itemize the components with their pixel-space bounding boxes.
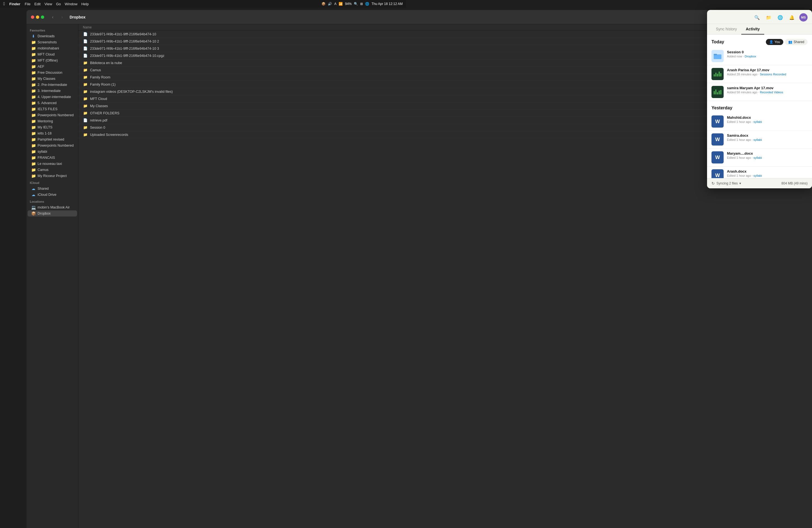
- sidebar-item-myielts[interactable]: 📁 My IELTS: [28, 124, 77, 130]
- input-icon[interactable]: A: [334, 2, 336, 6]
- apple-icon[interactable]: : [3, 1, 5, 6]
- folder-icon: 📁: [31, 125, 36, 130]
- folder-icon: 📁: [83, 126, 88, 130]
- table-row[interactable]: 📁 OTHER FOLDERS: [78, 109, 406, 117]
- sidebar-item-icloud-drive[interactable]: ☁ iCloud Drive: [28, 192, 77, 198]
- siri-icon[interactable]: 🌐: [365, 2, 369, 6]
- sidebar-item-taxi[interactable]: 📁 Le nouveau taxi: [28, 161, 77, 167]
- folder-icon: 📁: [31, 83, 36, 87]
- sidebar-item-screenshots[interactable]: 📁 Screenshots: [28, 39, 77, 45]
- folder-icon: 📁: [83, 104, 88, 108]
- maximize-button[interactable]: [41, 15, 44, 19]
- sidebar-item-freediscussion[interactable]: 📁 Free Discussion: [28, 70, 77, 76]
- sidebar-item-francais[interactable]: 📁 FRANCAIS: [28, 155, 77, 161]
- cloud-icon: ☁: [31, 192, 36, 197]
- sidebar-item-ielts118[interactable]: 📁 ielts 1-18: [28, 130, 77, 136]
- sidebar-item-label: MFT Cloud: [38, 53, 55, 56]
- volume-icon[interactable]: 🔊: [328, 2, 332, 6]
- datetime: Thu Apr 18 12:12 AM: [372, 2, 403, 6]
- folder-icon: 📁: [31, 76, 36, 81]
- menu-file[interactable]: File: [25, 2, 31, 6]
- wifi-icon[interactable]: 📶: [338, 2, 343, 6]
- sidebar-item-macbookair[interactable]: 💻 mobin's MacBook Air: [28, 204, 77, 210]
- forward-button[interactable]: ›: [59, 14, 65, 20]
- table-row[interactable]: 📄 233de971-f49b-41b1-9fff-216f6e94b474-1…: [78, 52, 406, 59]
- table-row[interactable]: 📁 MFT Cloud: [78, 95, 406, 102]
- back-button[interactable]: ‹: [50, 14, 56, 20]
- cloud-icon: ☁: [31, 186, 36, 191]
- table-row[interactable]: 📄 233de971-f49b-41b1-9fff-216f6e94b474-1…: [78, 31, 406, 38]
- folder-icon: 📁: [31, 167, 36, 172]
- folder-icon: 📁: [31, 131, 36, 136]
- sidebar-item-dropbox[interactable]: 📦 Dropbox: [28, 210, 77, 217]
- folder-icon: 📁: [31, 162, 36, 166]
- dropbox-menubar-icon[interactable]: 📦: [321, 2, 325, 6]
- doc-icon: 📄: [83, 39, 88, 43]
- table-row[interactable]: 📁 Family Room (1): [78, 81, 406, 88]
- file-name: My Classes: [90, 104, 406, 108]
- sidebar-item-label: mobin's MacBook Air: [38, 205, 70, 209]
- sidebar-item-label: iCloud Drive: [38, 193, 56, 196]
- sidebar-item-label: mobinshabani: [38, 46, 59, 50]
- table-row[interactable]: 📄 233de971-f49b-41b1-9fff-216f6e94b474-1…: [78, 38, 406, 45]
- folder-icon: 📁: [83, 97, 88, 101]
- file-list-header: Name: [78, 24, 406, 31]
- sidebar-item-label: FRANCAIS: [38, 156, 55, 160]
- menubar-left:  Finder File Edit View Go Window Help: [3, 1, 89, 6]
- table-row[interactable]: 📁 Session 0: [78, 124, 406, 131]
- sidebar-item-powerpoints[interactable]: 📁 Powerpoints Numbered: [28, 112, 77, 118]
- table-row[interactable]: 📁 Biblioteca en la nube: [78, 59, 406, 67]
- sidebar-item-mftcloud[interactable]: 📁 MFT Cloud: [28, 52, 77, 57]
- sidebar-item-ricoeur[interactable]: 📁 My Ricoeur Project: [28, 173, 77, 179]
- sidebar-item-myclasses[interactable]: 📁 My Classes: [28, 76, 77, 82]
- sidebar-item-intermediate[interactable]: 📁 3. Intermediate: [28, 88, 77, 94]
- folder-icon: 📁: [31, 64, 36, 69]
- folder-icon: 📁: [31, 149, 36, 154]
- menubar-app[interactable]: Finder: [10, 2, 20, 6]
- sidebar-item-pamphlet[interactable]: 📁 Pamphlet revised: [28, 136, 77, 143]
- sidebar-item-upperintermediate[interactable]: 📁 4. Upper-intermediate: [28, 94, 77, 100]
- table-row[interactable]: 📁 Uploaded Screenrecords: [78, 131, 406, 138]
- pdf-icon: 📄: [83, 118, 88, 122]
- menu-window[interactable]: Window: [64, 2, 77, 6]
- folder-icon: 📁: [83, 133, 88, 137]
- sidebar-item-shared[interactable]: ☁ Shared: [28, 186, 77, 192]
- file-name: MFT Cloud: [90, 97, 406, 101]
- table-row[interactable]: 📁 Family Room: [78, 74, 406, 81]
- minimize-button[interactable]: [36, 15, 39, 19]
- table-row[interactable]: 📁 Camus: [78, 67, 406, 74]
- sidebar-item-mobinshabani[interactable]: 📁 mobinshabani: [28, 45, 77, 52]
- sidebar-item-downloads[interactable]: ⬇ Downloads: [28, 33, 77, 39]
- table-row[interactable]: 📄 233de971-f49b-41b1-9fff-216f6e94b474-1…: [78, 45, 406, 52]
- file-name: Family Room (1): [90, 83, 406, 86]
- control-center-icon[interactable]: ⊞: [360, 2, 363, 6]
- sidebar-item-label: Powerpoints Numbered: [38, 113, 74, 117]
- sidebar-item-camus[interactable]: 📁 Camus: [28, 167, 77, 173]
- sidebar-item-aef[interactable]: 📁 AEF: [28, 63, 77, 70]
- window-title: Dropbox: [70, 15, 406, 19]
- menu-view[interactable]: View: [44, 2, 52, 6]
- menu-help[interactable]: Help: [81, 2, 89, 6]
- sidebar-item-syllabi[interactable]: 📁 syllabi: [28, 149, 77, 155]
- locations-label: Locations: [27, 198, 78, 204]
- file-name: 233de971-f49b-41b1-9fff-216f6e94b474-10 …: [90, 47, 406, 50]
- sidebar-item-label: Downloads: [38, 34, 55, 38]
- table-row[interactable]: 📄 retrieve.pdf: [78, 117, 406, 124]
- sidebar-item-ieltsfiles[interactable]: 📁 IELTS FILES: [28, 106, 77, 112]
- folder-icon: 📁: [31, 113, 36, 117]
- sidebar-item-powerpoints2[interactable]: 📁 Powerpoints Numbered: [28, 143, 77, 149]
- search-menubar-icon[interactable]: 🔍: [354, 2, 358, 6]
- sidebar-item-advanced[interactable]: 📁 5. Advanced: [28, 100, 77, 106]
- table-row[interactable]: 📁 My Classes: [78, 102, 406, 109]
- doc-icon: 📄: [83, 32, 88, 36]
- menu-edit[interactable]: Edit: [34, 2, 41, 6]
- sidebar-item-preintermediate[interactable]: 📁 2. Pre-Intermediate: [28, 82, 77, 88]
- sidebar-item-label: Powerpoints Numbered: [38, 144, 74, 147]
- menu-go[interactable]: Go: [56, 2, 61, 6]
- sidebar-item-mftoffline[interactable]: 📁 MFT (Offline): [28, 57, 77, 63]
- finder-window: ‹ › Dropbox ⊞ ☰ Favourites ⬇ Downloads 📁…: [27, 10, 406, 264]
- close-button[interactable]: [31, 15, 34, 19]
- sidebar-item-mentoring[interactable]: 📁 Mentoring: [28, 118, 77, 124]
- file-name: 233de971-f49b-41b1-9fff-216f6e94b474-10 …: [90, 40, 406, 43]
- table-row[interactable]: 📁 instagram videos (DESKTOP-C2LSKJM's in…: [78, 88, 406, 95]
